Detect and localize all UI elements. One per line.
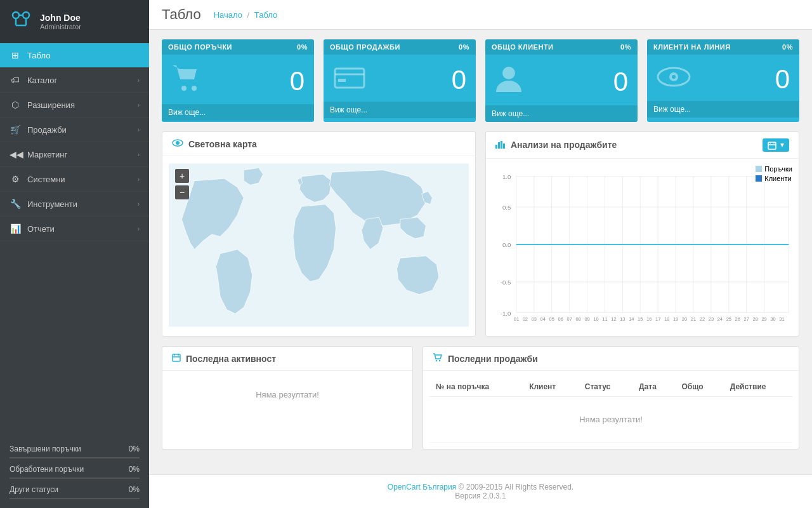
col-action: Действие xyxy=(724,377,792,397)
svg-text:21: 21 xyxy=(691,316,696,322)
person-icon xyxy=(495,64,523,99)
topbar: Табло Начало / Табло xyxy=(149,0,812,30)
sidebar-item-label: Отчети xyxy=(27,224,55,234)
card-value-clients: 0 xyxy=(613,67,628,97)
card-link-sales[interactable]: Виж още... xyxy=(324,102,476,118)
table-row: Няма резултати! xyxy=(429,397,792,443)
sidebar-item-marketing[interactable]: ◀◀ Маркетинг › xyxy=(0,142,149,167)
sidebar-item-system[interactable]: ⚙ Системни › xyxy=(0,167,149,192)
stat-row-other: Други статуси 0% xyxy=(0,481,149,498)
card-label-clients: ОБЩО КЛИЕНТИ xyxy=(492,43,554,51)
activity-no-results: Няма резултати! xyxy=(169,377,406,412)
svg-text:10: 10 xyxy=(593,316,598,322)
card-label-sales: ОБЩО ПРОДАЖБИ xyxy=(330,43,400,51)
svg-point-88 xyxy=(436,360,437,361)
sidebar-item-reports[interactable]: 📊 Отчети › xyxy=(0,217,149,241)
sales-panel-title: Последни продажби xyxy=(448,354,538,364)
chevron-right-icon: › xyxy=(138,225,140,232)
svg-point-89 xyxy=(439,360,440,361)
svg-text:26: 26 xyxy=(735,316,740,322)
sidebar: John Doe Administrator ⊞ Табло 🏷 Каталог… xyxy=(0,0,149,508)
svg-text:24: 24 xyxy=(717,316,723,322)
svg-text:25: 25 xyxy=(726,316,731,322)
col-status: Статус xyxy=(579,377,632,397)
activity-panel: Последна активност Няма резултати! xyxy=(162,346,413,450)
calendar-button[interactable]: ▾ xyxy=(763,138,789,152)
svg-rect-22 xyxy=(768,142,776,149)
svg-text:1.0: 1.0 xyxy=(502,173,511,180)
svg-text:18: 18 xyxy=(664,316,669,322)
sidebar-item-label: Табло xyxy=(27,51,50,60)
svg-point-11 xyxy=(502,67,515,79)
svg-point-6 xyxy=(181,86,187,91)
svg-text:01: 01 xyxy=(514,316,519,322)
sidebar-item-extensions[interactable]: ⬡ Разширения › xyxy=(0,93,149,117)
sidebar-item-label: Инструменти xyxy=(27,199,77,209)
catalog-icon: 🏷 xyxy=(10,75,21,85)
stat-label: Други статуси xyxy=(10,485,58,494)
legend-orders-label: Поръчки xyxy=(764,165,792,173)
svg-point-14 xyxy=(672,75,676,79)
sidebar-header: John Doe Administrator xyxy=(0,0,149,43)
card-link-clients[interactable]: Виж още... xyxy=(485,105,638,122)
card-link-online[interactable]: Виж още... xyxy=(647,101,799,117)
content-area: ОБЩО ПОРЪЧКИ 0% 0 Виж още... xyxy=(149,30,812,474)
svg-text:22: 22 xyxy=(700,316,705,322)
svg-point-7 xyxy=(192,86,197,91)
svg-text:09: 09 xyxy=(584,316,589,322)
svg-text:-0.5: -0.5 xyxy=(501,279,511,286)
card-header-online: КЛИЕНТИ НА ЛИНИЯ 0% xyxy=(647,39,799,55)
main-content: Табло Начало / Табло ОБЩО ПОРЪЧКИ 0% xyxy=(149,0,812,508)
card-pct-clients: 0% xyxy=(620,43,631,51)
sidebar-item-label: Системни xyxy=(27,175,65,184)
sidebar-item-tools[interactable]: 🔧 Инструменти › xyxy=(0,192,149,217)
activity-panel-title: Последна активност xyxy=(186,354,276,364)
svg-rect-18 xyxy=(495,145,497,149)
sidebar-item-label: Маркетинг xyxy=(27,150,67,159)
stat-value: 0% xyxy=(129,444,140,453)
card-value-orders: 0 xyxy=(290,66,304,97)
stat-value: 0% xyxy=(129,485,140,494)
chevron-right-icon: › xyxy=(138,176,140,183)
breadcrumb: Начало / Табло xyxy=(214,10,278,20)
card-link-orders[interactable]: Виж още... xyxy=(162,104,314,121)
chevron-right-icon: › xyxy=(138,126,140,133)
activity-panel-body: Няма резултати! xyxy=(162,371,412,418)
sidebar-item-label: Разширения xyxy=(27,100,75,110)
svg-text:17: 17 xyxy=(655,316,660,322)
footer-copyright: © 2009-2015 All Rights Reserved. xyxy=(459,483,574,491)
sidebar-nav: ⊞ Табло 🏷 Каталог › ⬡ Разширения › 🛒 Про… xyxy=(0,43,149,241)
svg-text:23: 23 xyxy=(709,316,714,322)
svg-text:16: 16 xyxy=(646,316,652,322)
chart-panel-heading: Анализи на продажбите ▾ xyxy=(486,132,799,159)
chevron-right-icon: › xyxy=(138,102,140,109)
card-body-orders: 0 xyxy=(162,55,314,104)
svg-text:11: 11 xyxy=(602,316,607,322)
map-zoom-in-button[interactable]: + xyxy=(175,169,189,183)
svg-text:06: 06 xyxy=(558,316,563,322)
svg-text:02: 02 xyxy=(523,316,528,322)
map-zoom-out-button[interactable]: − xyxy=(175,185,189,199)
card-body-online: 0 xyxy=(647,55,799,101)
col-total: Общо xyxy=(675,377,723,397)
svg-text:14: 14 xyxy=(629,316,634,322)
world-map xyxy=(169,163,469,328)
chevron-right-icon: › xyxy=(138,201,140,208)
map-panel: Световна карта + − xyxy=(162,131,476,337)
stat-card-clients: ОБЩО КЛИЕНТИ 0% 0 Виж още... xyxy=(485,39,638,122)
footer-brand-link[interactable]: OpenCart България xyxy=(388,483,456,491)
sidebar-item-sales[interactable]: 🛒 Продажби › xyxy=(0,117,149,142)
sales-icon: 🛒 xyxy=(10,124,21,135)
svg-text:07: 07 xyxy=(566,316,572,322)
sidebar-item-dashboard[interactable]: ⊞ Табло xyxy=(0,43,149,68)
sales-panel: Последни продажби № на поръчка Клиент Ст… xyxy=(422,346,799,450)
col-order-num: № на поръчка xyxy=(429,377,523,397)
bottom-row: Последна активност Няма резултати! xyxy=(162,346,799,450)
breadcrumb-current[interactable]: Табло xyxy=(254,10,277,20)
sidebar-item-catalog[interactable]: 🏷 Каталог › xyxy=(0,68,149,93)
activity-panel-heading: Последна активност xyxy=(162,347,412,371)
map-panel-heading: Световна карта xyxy=(162,132,475,156)
breadcrumb-home[interactable]: Начало xyxy=(214,10,242,20)
stat-card-online: КЛИЕНТИ НА ЛИНИЯ 0% 0 Виж още... xyxy=(647,39,799,122)
legend-clients-label: Клиенти xyxy=(764,175,791,182)
